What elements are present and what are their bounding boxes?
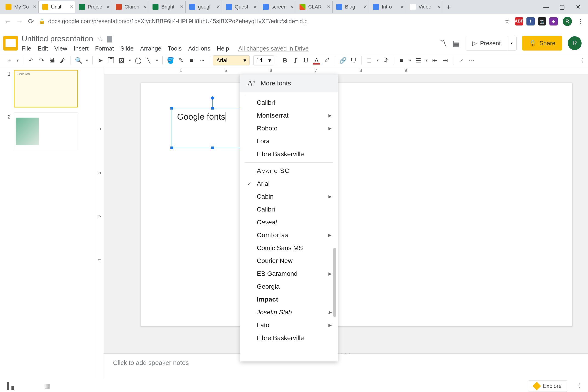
resize-handle[interactable] bbox=[211, 146, 214, 149]
font-menu-scrollbar[interactable] bbox=[333, 248, 336, 317]
image-dd[interactable]: ▾ bbox=[127, 55, 132, 66]
bulleted-list-button[interactable]: ☰ bbox=[413, 55, 423, 66]
maximize-icon[interactable]: ▢ bbox=[559, 4, 565, 10]
menu-format[interactable]: Format bbox=[95, 45, 114, 52]
font-menu-item[interactable]: Impact bbox=[240, 293, 338, 306]
slide-canvas[interactable]: Google fonts bbox=[140, 83, 572, 326]
bold-button[interactable]: B bbox=[280, 55, 290, 66]
menu-tools[interactable]: Tools bbox=[168, 45, 182, 52]
border-weight-button[interactable]: ≡ bbox=[186, 55, 196, 66]
font-menu-item[interactable]: Lora bbox=[240, 135, 338, 148]
print-button[interactable]: 🖶 bbox=[47, 55, 57, 66]
undo-button[interactable]: ↶ bbox=[26, 55, 36, 66]
font-menu-item[interactable]: Josefin Slab▶ bbox=[240, 306, 338, 319]
link-button[interactable]: 🔗 bbox=[338, 55, 348, 66]
browser-tab[interactable]: My Co✕ bbox=[2, 1, 38, 13]
menu-view[interactable]: View bbox=[54, 45, 67, 52]
font-menu-item[interactable]: Comfortaa▶ bbox=[240, 229, 338, 242]
fb-extension-icon[interactable]: f bbox=[526, 17, 535, 26]
underline-button[interactable]: U bbox=[301, 55, 311, 66]
explore-button[interactable]: Explore bbox=[528, 380, 567, 392]
font-menu-item[interactable]: Libre Baskerville bbox=[240, 332, 338, 344]
font-menu-item[interactable]: Courier New bbox=[240, 254, 338, 267]
line-tool[interactable]: ╲ bbox=[144, 55, 154, 66]
bookmark-star-icon[interactable]: ☆ bbox=[504, 18, 510, 25]
tab-close-icon[interactable]: ✕ bbox=[106, 4, 110, 10]
tab-close-icon[interactable]: ✕ bbox=[437, 4, 441, 10]
camera-extension-icon[interactable]: 📷 bbox=[538, 17, 546, 26]
resize-handle[interactable] bbox=[211, 107, 214, 110]
comment-button[interactable]: 🗨 bbox=[348, 55, 358, 66]
tab-close-icon[interactable]: ✕ bbox=[216, 4, 220, 10]
browser-tab[interactable]: Blog✕ bbox=[332, 1, 369, 13]
share-button[interactable]: 🔒 Share bbox=[522, 36, 562, 50]
numbered-list-button[interactable]: ≡ bbox=[397, 55, 407, 66]
font-menu-item[interactable]: Roboto▶ bbox=[240, 122, 338, 135]
font-menu-item[interactable]: Amatic SC bbox=[240, 164, 338, 177]
nav-back-icon[interactable]: ← bbox=[4, 18, 11, 25]
textbox-tool[interactable]: 🅃 bbox=[106, 55, 116, 66]
resize-handle[interactable] bbox=[170, 107, 173, 110]
tab-close-icon[interactable]: ✕ bbox=[290, 4, 294, 10]
tab-close-icon[interactable]: ✕ bbox=[363, 4, 367, 10]
browser-tab[interactable]: Projec✕ bbox=[75, 1, 112, 13]
save-status[interactable]: All changes saved in Drive bbox=[238, 45, 308, 52]
font-selector[interactable]: Arial ▾ bbox=[213, 55, 250, 66]
present-button[interactable]: ▷ Present bbox=[466, 36, 508, 50]
abp-extension-icon[interactable]: ABP bbox=[515, 17, 523, 26]
pocket-extension-icon[interactable]: ◆ bbox=[550, 17, 558, 26]
image-tool[interactable]: 🖼 bbox=[116, 55, 126, 66]
redo-button[interactable]: ↷ bbox=[36, 55, 47, 66]
doc-title[interactable]: Untitled presentation bbox=[22, 34, 93, 43]
browser-tab[interactable]: googl✕ bbox=[186, 1, 222, 13]
menu-help[interactable]: Help bbox=[217, 45, 229, 52]
folder-move-icon[interactable]: ▇ bbox=[107, 35, 112, 42]
browser-tab[interactable]: Video✕ bbox=[406, 1, 443, 13]
font-menu-item[interactable]: Calibri bbox=[240, 96, 338, 109]
browser-tab[interactable]: Untitl✕ bbox=[38, 1, 75, 13]
align-dd[interactable]: ▾ bbox=[375, 55, 380, 66]
menu-add-ons[interactable]: Add-ons bbox=[188, 45, 210, 52]
line-dd[interactable]: ▾ bbox=[154, 55, 160, 66]
font-menu-item[interactable]: Comic Sans MS bbox=[240, 242, 338, 254]
menu-edit[interactable]: Edit bbox=[38, 45, 48, 52]
select-tool[interactable]: ➤ bbox=[95, 55, 106, 66]
filmstrip-view-icon[interactable]: ▌▖ bbox=[7, 382, 16, 390]
browser-tab[interactable]: screen✕ bbox=[259, 1, 296, 13]
menu-arrange[interactable]: Arrange bbox=[140, 45, 162, 52]
align-button[interactable]: ≣ bbox=[364, 55, 374, 66]
font-menu-item[interactable]: Caveat bbox=[240, 216, 338, 229]
close-window-icon[interactable]: ✕ bbox=[576, 4, 581, 10]
present-dropdown[interactable]: ▾ bbox=[508, 36, 516, 50]
url-field[interactable]: 🔒 docs.google.com/presentation/d/1dsXfyc… bbox=[39, 18, 499, 24]
browser-tab[interactable]: Bright✕ bbox=[149, 1, 186, 13]
slide-thumbnail-1[interactable]: Google fonts bbox=[14, 70, 78, 108]
account-avatar[interactable]: R bbox=[568, 36, 582, 50]
font-menu-item[interactable]: Montserrat▶ bbox=[240, 109, 338, 122]
font-size-selector[interactable]: 14 ▾ bbox=[253, 55, 274, 66]
indent-increase-button[interactable]: ⇥ bbox=[440, 55, 450, 66]
menu-slide[interactable]: Slide bbox=[120, 45, 134, 52]
explore-collapse-icon[interactable]: 〈 bbox=[574, 381, 581, 390]
line-spacing-button[interactable]: ⇵ bbox=[381, 55, 391, 66]
nav-forward-icon[interactable]: → bbox=[16, 18, 23, 25]
zoom-button[interactable]: 🔍 bbox=[74, 55, 84, 66]
fill-color-button[interactable]: 🪣 bbox=[166, 55, 176, 66]
bulleted-list-dd[interactable]: ▾ bbox=[424, 55, 429, 66]
grid-view-icon[interactable]: ▦ bbox=[44, 382, 50, 390]
chrome-profile-avatar[interactable]: R bbox=[563, 17, 572, 26]
indent-decrease-button[interactable]: ⇤ bbox=[430, 55, 440, 66]
tab-close-icon[interactable]: ✕ bbox=[70, 4, 74, 10]
browser-tab[interactable]: Quest✕ bbox=[222, 1, 259, 13]
border-color-button[interactable]: ✎ bbox=[176, 55, 186, 66]
star-icon[interactable]: ☆ bbox=[98, 35, 103, 42]
reload-icon[interactable]: ⟳ bbox=[28, 17, 34, 25]
tab-close-icon[interactable]: ✕ bbox=[400, 4, 404, 10]
paint-format-button[interactable]: 🖌 bbox=[58, 55, 68, 66]
minimize-icon[interactable]: — bbox=[543, 4, 549, 10]
more-toolbar-button[interactable]: ⋯ bbox=[467, 55, 477, 66]
highlight-button[interactable]: ✐ bbox=[322, 55, 332, 66]
more-fonts-item[interactable]: A+ More fonts bbox=[240, 74, 338, 92]
font-menu-item[interactable]: Calibri bbox=[240, 203, 338, 216]
font-menu-item[interactable]: Cabin▶ bbox=[240, 190, 338, 203]
